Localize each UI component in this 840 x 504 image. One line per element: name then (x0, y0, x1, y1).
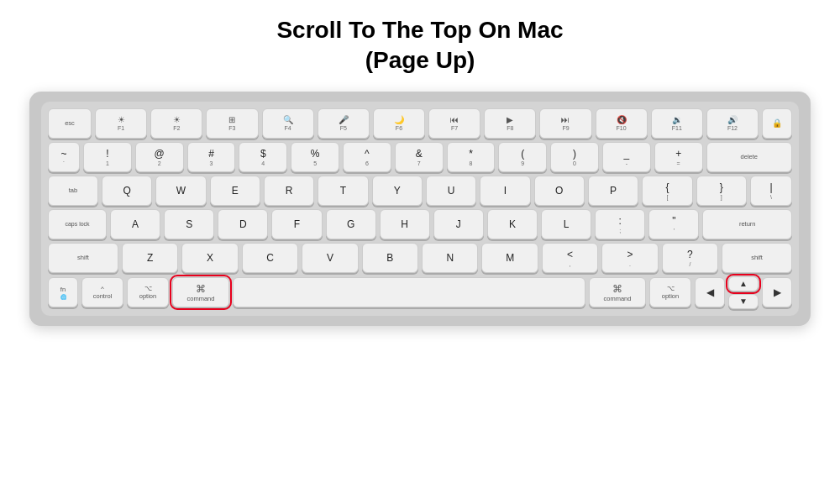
key-command-left: ⌘ command (172, 277, 229, 307)
key-shift-right: shift (722, 243, 792, 273)
key-k: K (487, 209, 538, 239)
row-bottom: fn 🌐 ^ control ⌥ option ⌘ command ⌘ comm… (48, 276, 792, 309)
key-return: return (702, 209, 792, 239)
key-t: T (318, 176, 368, 206)
key-semicolon: :; (595, 209, 645, 239)
key-f12: 🔊 F12 (706, 108, 759, 139)
key-f7: ⏮ F7 (428, 108, 480, 139)
key-fn: fn 🌐 (48, 277, 78, 307)
key-f11: 🔉 F11 (651, 108, 703, 139)
key-f6: 🌙 F6 (373, 108, 425, 139)
key-tab: tab (48, 176, 98, 206)
key-f8: ▶ F8 (484, 108, 536, 139)
key-arrow-right: ▶ (762, 277, 792, 307)
key-a: A (110, 209, 160, 239)
key-h: H (380, 209, 430, 239)
key-y: Y (372, 176, 423, 206)
key-5: % 5 (291, 142, 339, 172)
key-lock: 🔒 (762, 108, 792, 139)
key-period: >. (601, 243, 658, 273)
key-f1: ☀ F1 (95, 108, 147, 139)
key-minus: _ - (602, 142, 651, 172)
key-6: ^ 6 (343, 142, 391, 172)
key-equals: + = (654, 142, 703, 172)
key-capslock: caps lock (48, 209, 107, 239)
key-o: O (534, 176, 585, 206)
key-f10: 🔇 F10 (596, 108, 648, 139)
key-g: G (326, 209, 376, 239)
key-arrow-updown: ▲ ▼ (728, 276, 759, 309)
key-f2: ☀ F2 (150, 108, 202, 139)
key-arrow-up: ▲ (728, 276, 759, 291)
key-s: S (164, 209, 214, 239)
key-8: * 8 (447, 142, 496, 172)
key-d: D (218, 209, 268, 239)
key-control: ^ control (81, 277, 123, 307)
keyboard: esc ☀ F1 ☀ F2 ⊞ F3 🔍 F4 🎤 F5 (41, 102, 799, 316)
key-space (233, 277, 585, 307)
key-bracket-r: }] (696, 176, 747, 206)
key-option-left: ⌥ option (127, 277, 169, 307)
key-1: ! 1 (83, 142, 132, 172)
key-l: L (541, 209, 591, 239)
key-delete: delete (706, 142, 792, 172)
key-comma: <, (542, 243, 598, 273)
key-slash: ?/ (662, 243, 718, 273)
key-arrow-left: ◀ (695, 277, 725, 307)
key-7: & 7 (395, 142, 444, 172)
page-title: Scroll To The Top On Mac (Page Up) (276, 15, 563, 76)
key-quote: "' (648, 209, 699, 239)
key-f3: ⊞ F3 (206, 108, 258, 139)
key-backslash: |\ (750, 176, 792, 206)
key-0: ) 0 (550, 142, 599, 172)
key-9: ( 9 (498, 142, 547, 172)
key-q: Q (102, 176, 152, 206)
key-j: J (433, 209, 484, 239)
key-tilde: ~ ` (48, 142, 80, 172)
key-i: I (480, 176, 530, 206)
key-3: # 3 (187, 142, 236, 172)
key-bracket-l: {[ (642, 176, 692, 206)
key-f9: ⏭ F9 (539, 108, 591, 139)
key-shift-left: shift (48, 243, 118, 273)
key-f: F (271, 209, 322, 239)
key-arrow-down: ▼ (728, 294, 759, 309)
key-x: X (181, 243, 238, 273)
row-qwerty: tab Q W E R T Y U I O P {[ }] |\ (48, 176, 792, 206)
key-c: C (242, 243, 298, 273)
key-command-right: ⌘ command (589, 277, 646, 307)
row-function: esc ☀ F1 ☀ F2 ⊞ F3 🔍 F4 🎤 F5 (48, 108, 792, 139)
key-r: R (264, 176, 314, 206)
key-m: M (481, 243, 538, 273)
keyboard-wrapper: esc ☀ F1 ☀ F2 ⊞ F3 🔍 F4 🎤 F5 (29, 92, 811, 326)
row-numbers: ~ ` ! 1 @ 2 # 3 $ 4 % 5 (48, 142, 792, 172)
key-e: E (210, 176, 260, 206)
row-zxcv: shift Z X C V B N M <, >. ?/ shift (48, 243, 792, 273)
key-z: Z (122, 243, 178, 273)
key-w: W (155, 176, 206, 206)
key-f4: 🔍 F4 (262, 108, 314, 139)
key-option-right: ⌥ option (649, 277, 691, 307)
key-p: P (588, 176, 638, 206)
key-f5: 🎤 F5 (318, 108, 370, 139)
key-b: B (362, 243, 418, 273)
key-u: U (426, 176, 476, 206)
row-asdf: caps lock A S D F G H J K L :; "' return (48, 209, 792, 239)
key-2: @ 2 (135, 142, 184, 172)
key-v: V (302, 243, 358, 273)
key-esc: esc (48, 108, 92, 139)
key-4: $ 4 (239, 142, 287, 172)
key-n: N (422, 243, 478, 273)
